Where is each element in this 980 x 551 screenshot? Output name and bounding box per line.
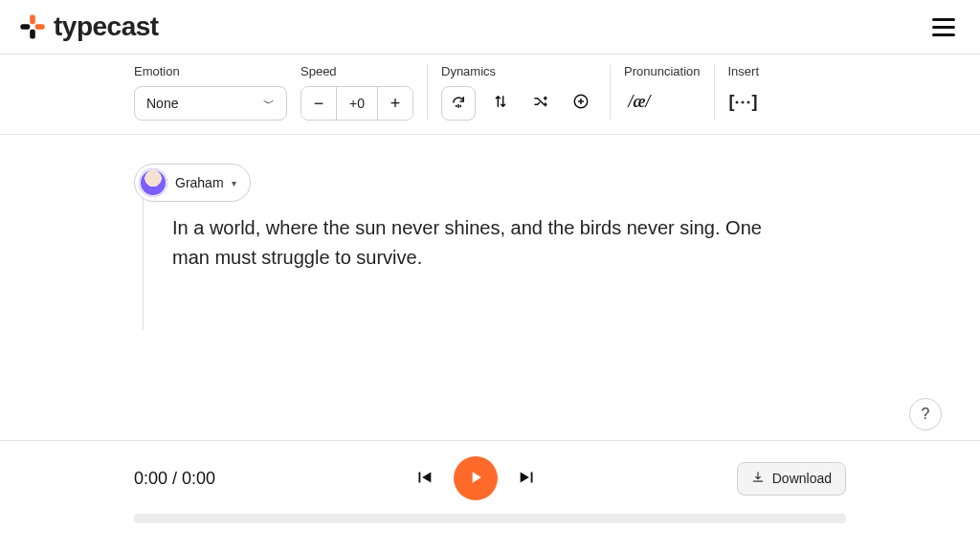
emotion-label: Emotion — [134, 64, 287, 78]
shuffle-icon — [533, 94, 548, 114]
insert-brackets-icon: [⋯] — [729, 91, 758, 112]
audio-toolbar: Emotion None ﹀ Speed − +0 + Dynamics — [0, 54, 980, 135]
menu-button[interactable] — [926, 12, 961, 42]
skip-back-icon — [413, 467, 434, 491]
brand-name: typecast — [54, 11, 159, 42]
insert-button[interactable]: [⋯] — [728, 86, 759, 117]
time-total: 0:00 — [182, 469, 215, 488]
dynamics-shuffle-button[interactable] — [525, 88, 556, 119]
time-current: 0:00 — [134, 469, 167, 488]
script-text[interactable]: In a world, where the sun never shines, … — [172, 213, 804, 273]
dynamics-add-button[interactable] — [566, 88, 596, 119]
svg-rect-0 — [30, 14, 35, 24]
timeline-marker — [143, 181, 144, 330]
speed-increase-button[interactable]: + — [378, 87, 412, 120]
play-button[interactable] — [454, 456, 498, 500]
help-icon: ? — [922, 406, 930, 423]
caret-down-icon: ▾ — [232, 178, 236, 188]
play-icon — [466, 468, 485, 490]
phoneme-icon: /æ/ — [628, 92, 650, 112]
download-icon — [751, 471, 765, 487]
speed-stepper: − +0 + — [301, 86, 413, 121]
download-label: Download — [772, 471, 832, 486]
dynamics-pitch-button[interactable] — [485, 88, 516, 119]
chevron-down-icon: ﹀ — [263, 96, 275, 112]
voice-avatar — [139, 168, 167, 197]
dynamics-label: Dynamics — [441, 64, 596, 78]
plus-circle-icon — [572, 93, 590, 115]
download-button[interactable]: Download — [737, 462, 846, 496]
brand-logo[interactable]: typecast — [19, 11, 159, 42]
skip-forward-icon — [517, 467, 538, 491]
regenerate-icon — [450, 93, 467, 114]
svg-rect-2 — [20, 24, 30, 30]
svg-rect-1 — [30, 30, 35, 39]
pronunciation-label: Pronunciation — [624, 64, 701, 78]
skip-back-button[interactable] — [408, 466, 440, 492]
logo-mark-icon — [19, 13, 46, 40]
dynamics-regenerate-button[interactable] — [441, 86, 476, 121]
player-bar: 0:00 / 0:00 — [0, 440, 980, 533]
pitch-updown-icon — [493, 94, 508, 114]
help-button[interactable]: ? — [909, 398, 942, 430]
playback-time: 0:00 / 0:00 — [134, 469, 215, 489]
emotion-current-value: None — [146, 96, 178, 111]
insert-label: Insert — [728, 64, 760, 78]
skip-forward-button[interactable] — [511, 466, 544, 492]
speed-decrease-button[interactable]: − — [301, 87, 336, 120]
emotion-select[interactable]: None ﹀ — [134, 86, 287, 121]
speed-value: +0 — [336, 87, 378, 120]
svg-rect-3 — [35, 24, 45, 30]
voice-select-chip[interactable]: Graham ▾ — [134, 164, 251, 202]
speed-label: Speed — [301, 64, 413, 78]
pronunciation-button[interactable]: /æ/ — [624, 86, 655, 117]
voice-name: Graham — [175, 175, 224, 190]
progress-track[interactable] — [134, 514, 846, 523]
